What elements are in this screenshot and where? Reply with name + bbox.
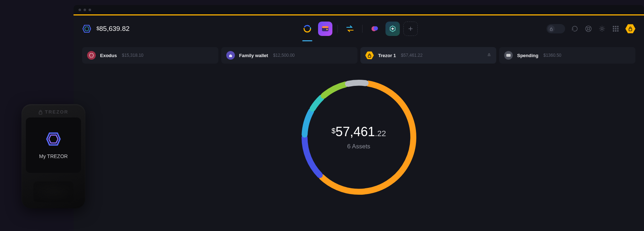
svg-rect-29 [39, 112, 42, 114]
svg-marker-0 [83, 25, 91, 32]
window-min-dot[interactable] [84, 9, 86, 11]
portfolio-tab-family-wallet[interactable]: Family wallet$12,500.00 [221, 47, 357, 64]
svg-rect-11 [550, 29, 552, 31]
chat-bubble-icon [371, 25, 379, 33]
window-max-dot[interactable] [89, 9, 91, 11]
exodus-logo-icon [46, 131, 61, 147]
trezor-device: TREZOR My TREZOR [22, 104, 85, 208]
nav-apps[interactable] [385, 22, 400, 36]
window-title-bar [74, 5, 644, 14]
portfolio-amount: $57,461.22 [401, 53, 422, 58]
balance-whole: 57,461 [336, 124, 375, 139]
privacy-toggle[interactable] [546, 24, 565, 33]
portfolio-name: Exodus [100, 53, 117, 58]
apps-grid-button[interactable] [612, 25, 620, 33]
balance-cents: .22 [375, 129, 386, 138]
svg-marker-31 [49, 135, 58, 143]
portfolio-ring-icon [303, 24, 312, 33]
svg-rect-20 [617, 28, 619, 29]
portfolio-badge-icon [226, 51, 235, 60]
portfolio-tabs: Exodus$15,318.10Family wallet$12,500.00T… [74, 47, 644, 64]
svg-rect-28 [506, 54, 511, 57]
portfolio-badge-icon [87, 51, 96, 60]
svg-rect-22 [615, 30, 616, 32]
svg-rect-17 [617, 26, 619, 27]
header-right [546, 24, 635, 34]
portfolio-tab-trezor-1[interactable]: Trezor 1$57,461.22 [360, 47, 497, 64]
trezor-device-label: My TREZOR [39, 153, 68, 159]
portfolio-name: Family wallet [239, 53, 268, 58]
portfolio-amount: $15,318.10 [122, 53, 143, 58]
svg-rect-6 [322, 26, 328, 28]
nav-portfolio[interactable] [300, 22, 314, 36]
nav-add[interactable] [403, 22, 418, 36]
trezor-brand-text: TREZOR [45, 109, 68, 115]
svg-point-13 [587, 28, 589, 30]
history-button[interactable] [571, 25, 579, 33]
donut-segment[interactable] [312, 98, 321, 109]
currency-symbol: $ [96, 26, 99, 31]
trezor-touchpad [33, 181, 74, 202]
gear-icon [598, 25, 606, 32]
nav-separator [362, 25, 363, 33]
header-left: $85,639.82 [82, 24, 129, 33]
portfolio-amount: $1360.50 [543, 53, 561, 58]
main-nav [300, 22, 418, 36]
lock-wallet-button[interactable] [625, 24, 635, 34]
svg-rect-23 [617, 30, 619, 32]
svg-marker-25 [89, 54, 94, 57]
settings-button[interactable] [598, 25, 606, 33]
svg-rect-16 [615, 26, 616, 27]
asset-count-label: 6 Assets [332, 143, 386, 150]
nav-chat[interactable] [368, 22, 382, 36]
svg-rect-21 [613, 30, 614, 32]
svg-marker-1 [85, 27, 89, 31]
donut-segment[interactable] [323, 84, 345, 96]
total-balance: $85,639.82 [96, 25, 129, 33]
lifebuoy-icon [585, 25, 592, 32]
exchange-arrows-icon [346, 26, 354, 32]
svg-point-14 [601, 28, 603, 30]
svg-rect-18 [613, 28, 614, 29]
svg-point-7 [326, 29, 328, 30]
app-logo-icon [82, 24, 91, 33]
donut-segment[interactable] [304, 138, 320, 175]
portfolio-tab-spending[interactable]: Spending$1360.50 [499, 47, 635, 64]
trezor-screen: My TREZOR [26, 117, 81, 173]
portfolio-donut-chart: $57,461.22 6 Assets [74, 71, 644, 204]
lock-icon [38, 110, 43, 115]
window-close-dot[interactable] [79, 9, 81, 11]
eject-icon[interactable] [487, 52, 491, 59]
trezor-brand-row: TREZOR [26, 109, 81, 115]
support-button[interactable] [584, 25, 592, 33]
balance-value: 85,639.82 [99, 25, 130, 32]
nav-separator [337, 25, 338, 33]
nav-exchange[interactable] [343, 22, 357, 36]
svg-rect-19 [615, 28, 616, 29]
nav-wallet[interactable] [318, 22, 332, 36]
app-header: $85,639.82 [74, 15, 644, 42]
apps-hex-plus-icon [389, 25, 396, 32]
portfolio-amount: $12,500.00 [273, 53, 295, 58]
portfolio-badge-icon [365, 51, 374, 60]
portfolio-name: Trezor 1 [378, 53, 396, 58]
grid-icon [612, 25, 619, 32]
portfolio-badge-icon [504, 51, 513, 60]
plus-icon [408, 26, 413, 31]
unlock-icon [549, 27, 553, 31]
portfolio-name: Spending [517, 53, 538, 58]
wallet-icon [322, 26, 329, 32]
svg-rect-15 [613, 26, 614, 27]
svg-point-9 [374, 26, 378, 31]
lock-icon [628, 26, 633, 31]
donut-segment[interactable] [348, 83, 365, 84]
currency-symbol: $ [332, 127, 336, 135]
history-icon [571, 25, 578, 32]
selected-portfolio-balance: $57,461.22 [332, 124, 386, 139]
donut-segment[interactable] [304, 111, 311, 134]
svg-rect-26 [368, 55, 371, 57]
portfolio-tab-exodus[interactable]: Exodus$15,318.10 [82, 47, 218, 64]
toggle-knob [548, 25, 555, 32]
donut-center: $57,461.22 6 Assets [332, 124, 386, 150]
svg-rect-24 [629, 28, 632, 31]
